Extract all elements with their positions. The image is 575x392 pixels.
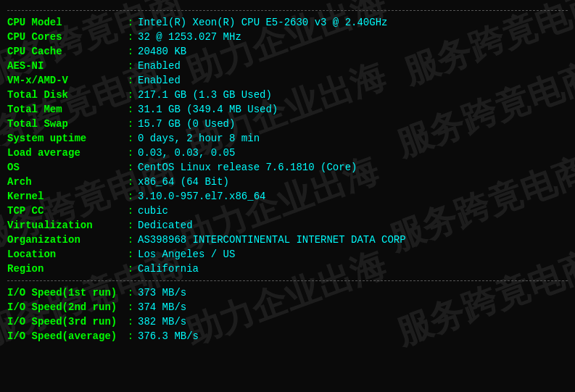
row-colon: : [123, 30, 138, 44]
row-label: I/O Speed(average) [7, 329, 123, 343]
row-colon: : [123, 44, 138, 59]
row-value: California [138, 262, 568, 276]
table-row: VM-x/AMD-V:Enabled [7, 73, 568, 88]
row-colon: : [123, 131, 138, 146]
row-colon: : [123, 175, 138, 189]
row-value: 32 @ 1253.027 MHz [138, 30, 568, 44]
row-value: 0.03, 0.03, 0.05 [138, 146, 568, 160]
row-label: Virtualization [7, 218, 123, 233]
row-label: CPU Cores [7, 30, 123, 44]
row-colon: : [123, 218, 138, 233]
row-colon: : [123, 146, 138, 160]
row-colon: : [123, 285, 138, 300]
row-colon: : [123, 233, 138, 247]
row-label: I/O Speed(1st run) [7, 285, 123, 300]
row-value: Dedicated [138, 218, 568, 233]
row-label: Arch [7, 175, 123, 189]
row-value: Los Angeles / US [138, 247, 568, 262]
table-row: I/O Speed(average):376.3 MB/s [7, 329, 568, 343]
row-label: Total Swap [7, 117, 123, 131]
row-colon: : [123, 15, 138, 30]
row-label: I/O Speed(2nd run) [7, 300, 123, 314]
row-label: OS [7, 160, 123, 175]
row-label: System uptime [7, 131, 123, 146]
row-label: Location [7, 247, 123, 262]
row-colon: : [123, 189, 138, 204]
row-label: Organization [7, 233, 123, 247]
row-label: Total Mem [7, 102, 123, 117]
table-row: Region:California [7, 262, 568, 276]
table-row: OS:CentOS Linux release 7.6.1810 (Core) [7, 160, 568, 175]
row-value: 373 MB/s [138, 285, 568, 300]
row-colon: : [123, 59, 138, 73]
middle-divider [7, 280, 568, 281]
row-colon: : [123, 88, 138, 102]
row-value: x86_64 (64 Bit) [138, 175, 568, 189]
table-row: CPU Model:Intel(R) Xeon(R) CPU E5-2630 v… [7, 15, 568, 30]
table-row: I/O Speed(1st run):373 MB/s [7, 285, 568, 300]
table-row: Total Swap:15.7 GB (0 Used) [7, 117, 568, 131]
row-label: AES-NI [7, 59, 123, 73]
row-value: 3.10.0-957.el7.x86_64 [138, 189, 568, 204]
row-colon: : [123, 247, 138, 262]
row-colon: : [123, 117, 138, 131]
row-value: 20480 KB [138, 44, 568, 59]
table-row: I/O Speed(3rd run):382 MB/s [7, 314, 568, 329]
main-container: CPU Model:Intel(R) Xeon(R) CPU E5-2630 v… [0, 0, 575, 349]
table-row: Virtualization:Dedicated [7, 218, 568, 233]
row-value: Enabled [138, 73, 568, 88]
table-row: CPU Cores:32 @ 1253.027 MHz [7, 30, 568, 44]
row-label: CPU Model [7, 15, 123, 30]
table-row: Organization:AS398968 INTERCONTINENTAL I… [7, 233, 568, 247]
row-colon: : [123, 102, 138, 117]
row-label: CPU Cache [7, 44, 123, 59]
table-row: Arch:x86_64 (64 Bit) [7, 175, 568, 189]
row-value: 374 MB/s [138, 300, 568, 314]
row-colon: : [123, 262, 138, 276]
row-label: Load average [7, 146, 123, 160]
table-row: Location:Los Angeles / US [7, 247, 568, 262]
row-label: TCP CC [7, 204, 123, 218]
row-value: 31.1 GB (349.4 MB Used) [138, 102, 568, 117]
row-label: Total Disk [7, 88, 123, 102]
row-value: 15.7 GB (0 Used) [138, 117, 568, 131]
table-row: Total Mem:31.1 GB (349.4 MB Used) [7, 102, 568, 117]
top-divider [7, 10, 568, 11]
row-value: 0 days, 2 hour 8 min [138, 131, 568, 146]
row-value: 217.1 GB (1.3 GB Used) [138, 88, 568, 102]
row-value: Enabled [138, 59, 568, 73]
table-row: I/O Speed(2nd run):374 MB/s [7, 300, 568, 314]
row-label: VM-x/AMD-V [7, 73, 123, 88]
system-info-table: CPU Model:Intel(R) Xeon(R) CPU E5-2630 v… [7, 15, 568, 276]
table-row: Load average:0.03, 0.03, 0.05 [7, 146, 568, 160]
table-row: System uptime:0 days, 2 hour 8 min [7, 131, 568, 146]
table-row: Total Disk:217.1 GB (1.3 GB Used) [7, 88, 568, 102]
table-row: AES-NI:Enabled [7, 59, 568, 73]
row-value: cubic [138, 204, 568, 218]
row-label: Region [7, 262, 123, 276]
row-value: AS398968 INTERCONTINENTAL INTERNET DATA … [138, 233, 568, 247]
row-value: 376.3 MB/s [138, 329, 568, 343]
row-colon: : [123, 300, 138, 314]
row-label: I/O Speed(3rd run) [7, 314, 123, 329]
table-row: CPU Cache:20480 KB [7, 44, 568, 59]
table-row: TCP CC:cubic [7, 204, 568, 218]
row-label: Kernel [7, 189, 123, 204]
io-info-table: I/O Speed(1st run):373 MB/sI/O Speed(2nd… [7, 285, 568, 343]
row-value: Intel(R) Xeon(R) CPU E5-2630 v3 @ 2.40GH… [138, 15, 568, 30]
table-row: Kernel:3.10.0-957.el7.x86_64 [7, 189, 568, 204]
row-colon: : [123, 160, 138, 175]
row-colon: : [123, 204, 138, 218]
row-value: 382 MB/s [138, 314, 568, 329]
row-colon: : [123, 329, 138, 343]
row-colon: : [123, 314, 138, 329]
row-value: CentOS Linux release 7.6.1810 (Core) [138, 160, 568, 175]
row-colon: : [123, 73, 138, 88]
